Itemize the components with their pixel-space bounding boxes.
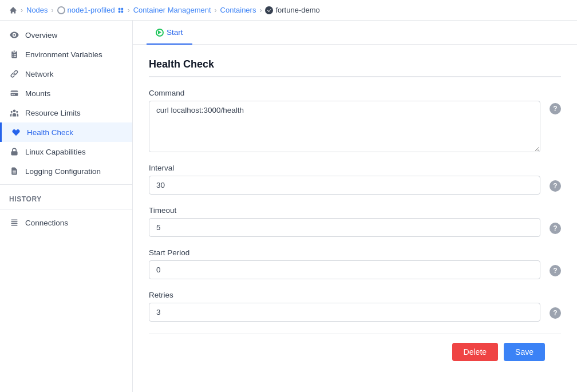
sidebar-item-network[interactable]: Network <box>0 64 132 84</box>
retries-help-button[interactable]: ? <box>550 307 561 319</box>
sidebar-item-connections[interactable]: Connections <box>0 213 132 232</box>
start-period-label: Start Period <box>149 248 561 257</box>
command-input[interactable] <box>149 101 540 152</box>
timeout-help-button[interactable]: ? <box>550 223 561 234</box>
retries-label: Retries <box>149 291 561 299</box>
command-group: Command ? <box>149 89 561 152</box>
sidebar-label-network: Network <box>25 70 54 78</box>
breadcrumb-containers[interactable]: Containers <box>220 6 256 14</box>
save-button[interactable]: Save <box>504 343 545 361</box>
sidebar-item-resource-limits[interactable]: Resource Limits <box>0 103 132 122</box>
tab-start[interactable]: Start <box>147 21 192 45</box>
sidebar-label-mounts: Mounts <box>25 89 50 98</box>
sidebar-label-resource-limits: Resource Limits <box>25 109 81 117</box>
breadcrumb-fortune-demo: fortune-demo <box>265 6 319 14</box>
breadcrumb: › Nodes › node1-profiled › Container Man… <box>0 0 577 21</box>
sidebar-label-overview: Overview <box>25 31 57 39</box>
logging-icon <box>9 166 19 176</box>
start-period-input[interactable] <box>149 260 540 279</box>
start-period-group: Start Period ? <box>149 248 561 279</box>
timeout-input[interactable] <box>149 218 540 237</box>
sidebar: Overview Environment Variables Network M… <box>0 21 133 392</box>
home-link[interactable] <box>9 6 17 14</box>
start-period-help-button[interactable]: ? <box>550 265 561 276</box>
env-icon <box>9 49 19 60</box>
timeout-label: Timeout <box>149 206 561 215</box>
sidebar-item-env-vars[interactable]: Environment Variables <box>0 45 132 64</box>
action-bar: Delete Save <box>149 333 561 370</box>
health-check-form: Health Check Command ? Interval ? Timeo <box>133 45 577 384</box>
interval-group: Interval ? <box>149 164 561 195</box>
main-content: Start Health Check Command ? Interval ? <box>133 21 577 392</box>
interval-help-button[interactable]: ? <box>550 180 561 192</box>
sidebar-label-env-vars: Environment Variables <box>25 50 102 59</box>
delete-button[interactable]: Delete <box>452 343 498 361</box>
fortune-demo-icon <box>265 6 273 14</box>
interval-label: Interval <box>149 164 561 172</box>
command-help-button[interactable]: ? <box>550 103 561 114</box>
grid-icon <box>117 7 124 14</box>
sidebar-label-health-check: Health Check <box>27 128 73 137</box>
sidebar-item-logging[interactable]: Logging Configuration <box>0 161 132 181</box>
start-icon <box>156 29 164 37</box>
network-icon <box>9 69 19 79</box>
history-section-label: History <box>0 188 132 205</box>
overview-icon <box>9 30 19 40</box>
breadcrumb-container-mgmt[interactable]: Container Management <box>133 6 211 14</box>
sidebar-item-mounts[interactable]: Mounts <box>0 84 132 103</box>
connections-icon <box>9 217 19 228</box>
resource-icon <box>9 108 19 118</box>
interval-input[interactable] <box>149 176 540 195</box>
sidebar-item-linux-caps[interactable]: Linux Capabilities <box>0 142 132 161</box>
health-icon <box>11 127 21 137</box>
linux-icon <box>9 146 19 157</box>
tab-bar: Start <box>133 21 577 45</box>
sidebar-label-logging: Logging Configuration <box>25 167 101 176</box>
breadcrumb-nodes[interactable]: Nodes <box>26 6 48 14</box>
command-label: Command <box>149 89 561 97</box>
node-status-icon <box>57 6 65 14</box>
sidebar-item-health-check[interactable]: Health Check <box>0 122 132 142</box>
retries-group: Retries ? <box>149 291 561 322</box>
retries-input[interactable] <box>149 303 540 322</box>
sidebar-item-overview[interactable]: Overview <box>0 25 132 45</box>
section-title: Health Check <box>149 58 561 77</box>
sidebar-label-connections: Connections <box>25 219 68 227</box>
mounts-icon <box>9 88 19 98</box>
timeout-group: Timeout ? <box>149 206 561 237</box>
sidebar-label-linux-caps: Linux Capabilities <box>25 148 86 156</box>
breadcrumb-node1[interactable]: node1-profiled <box>57 6 124 14</box>
